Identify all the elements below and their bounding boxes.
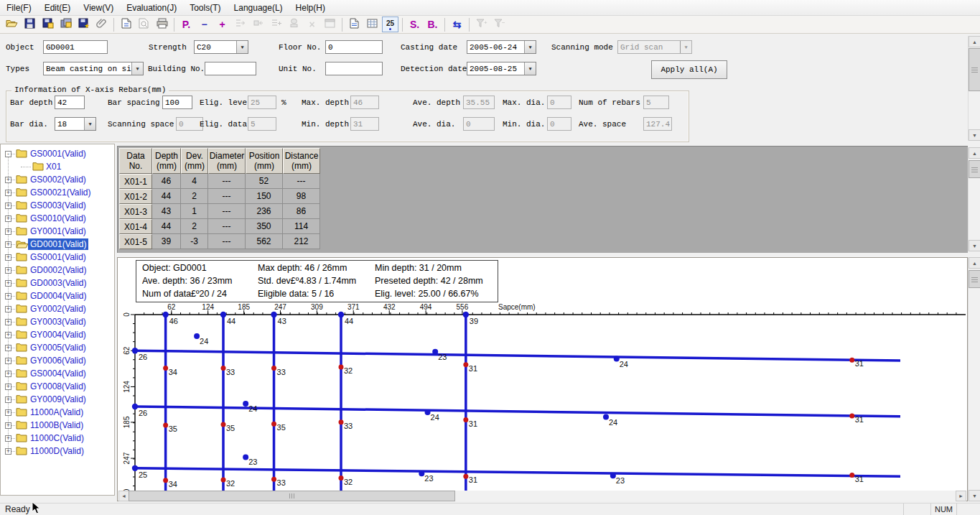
expand-icon[interactable]: + bbox=[5, 228, 11, 235]
tree-item-label[interactable]: GY0005(Valid) bbox=[28, 342, 88, 353]
tree-item-gs00021[interactable]: +GS00021(Valid) bbox=[1, 186, 114, 199]
tree-item-label[interactable]: 11000D(Valid) bbox=[28, 445, 86, 457]
b-scan-button[interactable]: B. bbox=[424, 17, 441, 32]
menu-help[interactable]: Help(H) bbox=[289, 1, 332, 15]
tree-item-gs0001[interactable]: -GS0001(Valid) bbox=[1, 147, 114, 160]
scan-object-tree[interactable]: -GS0001(Valid)X01+GS0002(Valid)+GS00021(… bbox=[0, 144, 115, 496]
tree-item-label[interactable]: 11000B(Valid) bbox=[28, 419, 85, 431]
tree-item-label[interactable]: GY0001(Valid) bbox=[28, 226, 88, 237]
filter-minus-button[interactable]: − bbox=[491, 17, 508, 32]
menu-language[interactable]: Language(L) bbox=[228, 1, 289, 15]
tree-item-gs0010[interactable]: +GS0010(Valid) bbox=[1, 212, 114, 225]
expand-icon[interactable]: + bbox=[5, 435, 11, 442]
tree-item-gy0003[interactable]: +GY0003(Valid) bbox=[1, 315, 114, 328]
tree-item-11000d[interactable]: +11000D(Valid) bbox=[1, 445, 114, 458]
unit-input[interactable] bbox=[325, 62, 383, 75]
max-dia-input[interactable]: 0 bbox=[547, 96, 571, 109]
expand-icon[interactable]: + bbox=[5, 293, 11, 300]
scanning-mode-dropdown-button[interactable]: ▼ bbox=[680, 41, 691, 53]
menu-view[interactable]: View(V) bbox=[77, 1, 120, 15]
num-rebars-input[interactable]: 5 bbox=[643, 96, 669, 109]
tree-item-label[interactable]: GY0006(Valid) bbox=[28, 355, 88, 366]
scroll-down-button[interactable]: ▼ bbox=[969, 490, 980, 501]
insert-row-button[interactable] bbox=[250, 17, 266, 32]
tree-item-label[interactable]: GY0003(Valid) bbox=[28, 316, 88, 328]
expand-icon[interactable]: + bbox=[5, 241, 11, 248]
scroll-down-button[interactable]: ▼ bbox=[969, 129, 980, 141]
expand-icon[interactable]: + bbox=[5, 409, 11, 416]
scroll-down-button[interactable]: ▼ bbox=[969, 240, 980, 251]
table-row-header[interactable]: X01-1 bbox=[119, 174, 152, 189]
tree-item-label[interactable]: GY0002(Valid) bbox=[28, 303, 88, 315]
tree-item-gy0002[interactable]: +GY0002(Valid) bbox=[1, 302, 114, 315]
scrollbar-thumb[interactable] bbox=[969, 160, 980, 178]
s-scan-button[interactable]: S. bbox=[406, 17, 423, 32]
save-button[interactable] bbox=[22, 17, 38, 32]
report-view-button[interactable] bbox=[346, 17, 363, 32]
detection-combo[interactable]: 2005-08-25▼ bbox=[467, 62, 536, 75]
menu-edit[interactable]: Edit(E) bbox=[38, 1, 78, 15]
ave-space-input[interactable]: 127.4 bbox=[643, 117, 672, 131]
tree-item-label[interactable]: GY0008(Valid) bbox=[28, 381, 88, 392]
bar-spacing-input[interactable]: 100 bbox=[162, 96, 192, 109]
expand-icon[interactable]: + bbox=[5, 448, 11, 455]
expand-icon[interactable]: + bbox=[5, 267, 11, 274]
tree-item-gd0002[interactable]: +GD0002(Valid) bbox=[1, 264, 114, 277]
scroll-left-button[interactable]: ◄ bbox=[118, 491, 129, 501]
collapse-icon[interactable]: - bbox=[5, 151, 11, 157]
tree-item-gy0009[interactable]: +GY0009(Valid) bbox=[1, 393, 114, 406]
table-row-header[interactable]: X01-2 bbox=[119, 189, 152, 204]
form-vertical-scrollbar[interactable]: ▲▼ bbox=[968, 36, 980, 141]
scroll-right-button[interactable]: ► bbox=[956, 491, 966, 501]
scroll-up-button[interactable]: ▲ bbox=[969, 257, 980, 269]
expand-icon[interactable]: + bbox=[5, 422, 11, 429]
menu-tools[interactable]: Tools(T) bbox=[183, 1, 227, 15]
strength-combo[interactable]: C20▼ bbox=[194, 40, 248, 54]
grid-view-button[interactable] bbox=[364, 17, 381, 32]
upload-button[interactable] bbox=[286, 17, 302, 32]
chart-vertical-scrollbar[interactable]: ▲▼ bbox=[968, 257, 980, 501]
tree-item-label[interactable]: GD0001(Valid) bbox=[28, 238, 88, 250]
tree-item-11000b[interactable]: +11000B(Valid) bbox=[1, 419, 114, 432]
tree-item-11000a[interactable]: +11000A(Valid) bbox=[1, 406, 114, 419]
tree-item-gd0004[interactable]: +GD0004(Valid) bbox=[1, 289, 114, 302]
delete-button[interactable]: × bbox=[304, 17, 320, 32]
expand-icon[interactable]: + bbox=[5, 319, 11, 325]
properties-button[interactable] bbox=[322, 17, 338, 32]
tree-item-gy0005[interactable]: +GY0005(Valid) bbox=[1, 341, 114, 354]
tree-item-label[interactable]: GS0010(Valid) bbox=[28, 213, 88, 224]
remove-point-button[interactable]: − bbox=[196, 17, 213, 32]
table-vertical-scrollbar[interactable]: ▲▼ bbox=[968, 147, 980, 251]
tree-item-gy0004[interactable]: +GY0004(Valid) bbox=[1, 328, 114, 341]
add-point-button[interactable]: + bbox=[214, 17, 230, 32]
table-row-header[interactable]: X01-3 bbox=[119, 204, 152, 219]
swap-axis-button[interactable]: ⇆ bbox=[449, 17, 465, 32]
save-report-button[interactable]: ★ bbox=[75, 17, 92, 32]
object-input[interactable]: GD0001 bbox=[43, 40, 108, 54]
casting-combo[interactable]: 2005-06-24▼ bbox=[467, 40, 536, 54]
expand-icon[interactable]: + bbox=[5, 358, 11, 364]
append-row-button[interactable] bbox=[232, 17, 248, 32]
casting-dropdown-button[interactable]: ▼ bbox=[524, 41, 536, 53]
filter-plus-button[interactable]: + bbox=[473, 17, 490, 32]
scroll-up-button[interactable]: ▲ bbox=[969, 36, 980, 47]
max-depth-input[interactable]: 46 bbox=[350, 96, 379, 109]
elig-data-input[interactable]: 5 bbox=[248, 117, 276, 131]
elig-level-input[interactable]: 25 bbox=[248, 96, 276, 109]
show-depth-button[interactable]: 25 bbox=[382, 17, 398, 32]
tree-item-label[interactable]: GS0003(Valid) bbox=[28, 200, 88, 211]
chart-horizontal-scrollbar[interactable]: ◄► bbox=[118, 491, 966, 501]
menu-evaluation[interactable]: Evaluation(J) bbox=[120, 1, 183, 15]
building-input[interactable] bbox=[205, 62, 256, 75]
print-preview-button[interactable] bbox=[136, 17, 152, 32]
expand-icon[interactable]: + bbox=[5, 190, 11, 196]
scroll-up-button[interactable]: ▲ bbox=[969, 147, 980, 159]
ave-dia-input[interactable]: 0 bbox=[463, 117, 495, 131]
tree-item-x01[interactable]: X01 bbox=[1, 160, 114, 173]
strength-dropdown-button[interactable]: ▼ bbox=[236, 41, 248, 53]
tree-item-label[interactable]: GS00021(Valid) bbox=[28, 187, 93, 198]
ave-depth-input[interactable]: 35.55 bbox=[463, 96, 495, 109]
expand-icon[interactable]: + bbox=[5, 371, 11, 377]
tree-item-label[interactable]: GD0004(Valid) bbox=[28, 290, 88, 302]
apply-all-button[interactable]: Apply all(A) bbox=[651, 60, 727, 79]
